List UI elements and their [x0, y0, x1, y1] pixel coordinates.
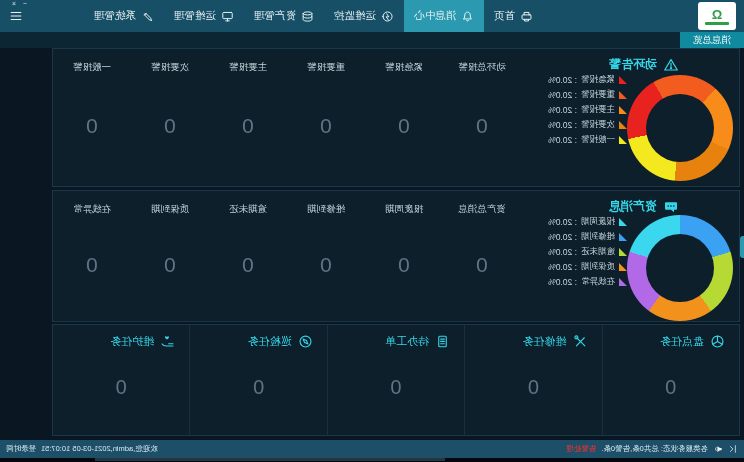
legend-row: 重要报警 20.0% — [548, 89, 627, 101]
nav-item-database[interactable]: 资产管理 — [244, 0, 324, 32]
panel-env-alarms-title-row: 动环告警 — [609, 56, 679, 73]
legend-marker — [619, 218, 627, 226]
welcome-text: 欢迎您,admin,2021-03-05 10:07:51 — [41, 444, 158, 454]
stat-column-label: 质保到期 — [151, 203, 189, 216]
nav-item-monitor[interactable]: 运维管理 — [164, 0, 244, 32]
logo-emblem-icon: Ω — [712, 8, 722, 21]
bottom-scroll-segment[interactable] — [95, 458, 445, 461]
task-card-title: 巡检任务 — [248, 334, 292, 349]
nav-item-label: 运维管理 — [174, 9, 216, 23]
nav-item-home[interactable]: 首页 — [484, 0, 543, 32]
legend-row: 紧急报警 20.0% — [548, 74, 627, 86]
task-card-header: 巡检任务 — [190, 325, 326, 349]
stat-column: 一般报警 0 — [53, 49, 131, 186]
task-card-header: 维修任务 — [465, 325, 601, 349]
legend-value: 20.0% — [548, 120, 577, 130]
legend-label: 一般报警 — [581, 134, 615, 146]
legend-marker — [619, 263, 627, 271]
stat-column-label: 紧急报警 — [385, 61, 423, 74]
legend-row: 次要报警 20.0% — [548, 119, 627, 131]
status-bar-left: 各类服务状态: 总共0条,告警0条. 告警处理 — [566, 444, 738, 454]
stat-column-value: 0 — [476, 216, 488, 321]
legend-marker — [619, 248, 627, 256]
nav-item-monitor-sync[interactable]: 运维监控 — [324, 0, 404, 32]
task-card-hand-heart[interactable]: 维护任务 0 — [53, 325, 189, 435]
legend-value: 20.0% — [548, 247, 577, 257]
stat-column-label: 逾期未还 — [229, 203, 267, 216]
nav-item-label: 消息中心 — [414, 9, 456, 23]
stat-column-label: 一般报警 — [73, 61, 111, 74]
panel-asset-messages: 资产消息 报废周期 20.0% 维修到期 20.0% 逾期未还 20.0% 质保… — [52, 190, 740, 322]
legend-row: 报废周期 20.0% — [548, 216, 627, 228]
stat-column: 维修到期 0 — [287, 191, 365, 321]
task-card-pie[interactable]: 盘点任务 0 — [602, 325, 739, 435]
stat-column: 在线异常 0 — [53, 191, 131, 321]
legend-value: 20.0% — [548, 90, 577, 100]
legend-value: 20.0% — [548, 75, 577, 85]
legend-value: 20.0% — [548, 105, 577, 115]
legend-marker — [619, 278, 627, 286]
legend-label: 报废周期 — [581, 216, 615, 228]
task-card-tools[interactable]: 维修任务 0 — [464, 325, 601, 435]
nav-item-label: 运维监控 — [334, 9, 376, 23]
side-panel-handle[interactable] — [740, 236, 744, 258]
legend-marker — [619, 76, 627, 84]
stat-column-value: 0 — [164, 216, 176, 321]
task-cards-row: 盘点任务 0 维修任务 0 待办工单 0 巡检任务 0 维护任务 0 — [52, 324, 740, 436]
stat-column-label: 资产总消息 — [458, 203, 506, 216]
database-icon — [301, 10, 314, 23]
task-card-value: 0 — [190, 349, 326, 435]
stat-column: 质保到期 0 — [131, 191, 209, 321]
task-card-value: 0 — [603, 349, 739, 435]
stat-column-label: 在线异常 — [73, 203, 111, 216]
app-logo: Ω — [698, 2, 736, 30]
collapse-icon[interactable] — [728, 444, 738, 454]
task-card-value: 0 — [53, 349, 189, 435]
minimize-button[interactable]: − — [23, 0, 27, 8]
legend-value: 20.0% — [548, 135, 577, 145]
legend-label: 在线异常 — [581, 276, 615, 288]
panel-title: 资产消息 — [609, 198, 657, 215]
legend-value: 20.0% — [548, 232, 577, 242]
nav-item-label: 系统管理 — [94, 9, 136, 23]
pie-icon — [710, 334, 725, 349]
stat-column-value: 0 — [398, 216, 410, 321]
task-card-value: 0 — [465, 349, 601, 435]
asset-message-legend: 报废周期 20.0% 维修到期 20.0% 逾期未还 20.0% 质保到期 20… — [548, 216, 627, 288]
legend-marker — [619, 233, 627, 241]
stat-column: 资产总消息 0 — [443, 191, 521, 321]
legend-label: 维修到期 — [581, 231, 615, 243]
hand-heart-icon — [160, 334, 175, 349]
task-card-header: 待办工单 — [328, 325, 464, 349]
legend-label: 紧急报警 — [581, 74, 615, 86]
stat-column: 动环总报警 0 — [443, 49, 521, 186]
legend-row: 一般报警 20.0% — [548, 134, 627, 146]
nav-item-pencil[interactable]: 系统管理 — [84, 0, 164, 32]
task-card-compass[interactable]: 巡检任务 0 — [189, 325, 326, 435]
monitor-sync-icon — [381, 10, 394, 23]
legend-row: 主要报警 20.0% — [548, 104, 627, 116]
task-card-clipboard[interactable]: 待办工单 0 — [327, 325, 464, 435]
panel-asset-messages-title-row: 资产消息 — [609, 198, 679, 215]
legend-value: 20.0% — [548, 262, 577, 272]
legend-value: 20.0% — [548, 217, 577, 227]
asset-message-stats: 资产总消息 0 报废周期 0 维修到期 0 逾期未还 0 质保到期 0 在线异常… — [53, 191, 521, 321]
warning-triangle-icon — [663, 57, 679, 73]
stat-column-value: 0 — [398, 74, 410, 186]
tab-message-overview[interactable]: 消息总览 — [680, 32, 744, 48]
close-button[interactable]: × — [12, 0, 16, 8]
stat-column: 紧急报警 0 — [365, 49, 443, 186]
legend-label: 逾期未还 — [581, 246, 615, 258]
monitor-icon — [221, 10, 234, 23]
legend-row: 逾期未还 20.0% — [548, 246, 627, 258]
pencil-icon — [141, 10, 154, 23]
nav-item-bell[interactable]: 消息中心 — [404, 0, 484, 32]
panel-env-alarms: 动环告警 紧急报警 20.0% 重要报警 20.0% 主要报警 20.0% 次要… — [52, 48, 740, 187]
task-card-title: 维护任务 — [110, 334, 154, 349]
stat-column-value: 0 — [86, 216, 98, 321]
bell-icon — [461, 10, 474, 23]
menu-icon[interactable] — [9, 9, 23, 23]
alert-handle-link[interactable]: 告警处理 — [566, 444, 596, 454]
window-controls: − × — [12, 0, 27, 8]
stat-column-label: 报废周期 — [385, 203, 423, 216]
